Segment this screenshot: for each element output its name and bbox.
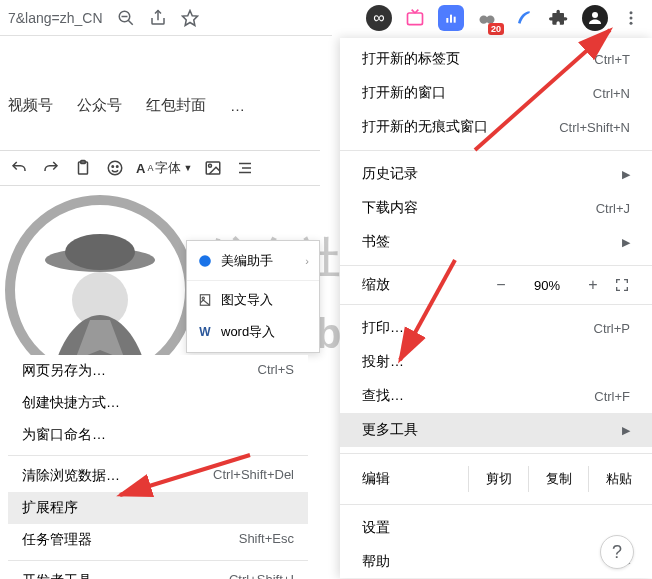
redo-icon[interactable]: [40, 157, 62, 179]
editor-toolbar: AA 字体 ▼: [0, 150, 320, 186]
word-icon: W: [197, 324, 213, 340]
menu-incognito[interactable]: 打开新的无痕式窗口Ctrl+Shift+N: [340, 110, 652, 144]
profile-avatar-icon[interactable]: [582, 5, 608, 31]
menu-edit-row: 编辑 剪切 复制 粘贴: [340, 460, 652, 498]
tab-video[interactable]: 视频号: [8, 96, 53, 115]
undo-icon[interactable]: [8, 157, 30, 179]
submenu-create-shortcut[interactable]: 创建快捷方式…: [8, 387, 308, 419]
chevron-right-icon: ▶: [622, 424, 630, 437]
svg-point-16: [630, 22, 633, 25]
editor-context-menu: 美编助手 › 图文导入 W word导入: [186, 240, 320, 353]
edit-copy-button[interactable]: 复制: [528, 466, 588, 492]
svg-rect-9: [450, 15, 452, 23]
submenu-clear-data[interactable]: 清除浏览数据…Ctrl+Shift+Del: [8, 460, 308, 492]
submenu-dev-tools[interactable]: 开发者工具Ctrl+Shift+I: [8, 565, 308, 579]
menu-cast[interactable]: 投射…: [340, 345, 652, 379]
menu-history[interactable]: 历史记录▶: [340, 157, 652, 191]
tab-gzh[interactable]: 公众号: [77, 96, 122, 115]
menu-more-tools[interactable]: 更多工具▶: [340, 413, 652, 447]
emoji-icon[interactable]: [104, 157, 126, 179]
menu-new-window[interactable]: 打开新的窗口Ctrl+N: [340, 76, 652, 110]
menu-new-tab[interactable]: 打开新的标签页Ctrl+T: [340, 42, 652, 76]
content-tabs: 视频号 公众号 红包封面 …: [0, 96, 253, 115]
zoom-minus-button[interactable]: −: [480, 276, 522, 294]
menu-bookmarks[interactable]: 书签▶: [340, 225, 652, 259]
ext-infinity-icon[interactable]: ∞: [366, 5, 392, 31]
edit-cut-button[interactable]: 剪切: [468, 466, 528, 492]
svg-point-21: [117, 166, 119, 168]
globe-icon: [197, 253, 213, 269]
zoom-out-icon[interactable]: [117, 9, 135, 27]
svg-point-23: [209, 164, 212, 167]
image-icon[interactable]: [202, 157, 224, 179]
submenu-name-window[interactable]: 为窗口命名…: [8, 419, 308, 451]
chevron-right-icon: ›: [305, 255, 309, 267]
svg-point-15: [630, 17, 633, 20]
svg-point-33: [202, 297, 204, 299]
svg-rect-5: [408, 13, 423, 25]
extension-toolbar: ∞ 20: [332, 0, 652, 36]
share-icon[interactable]: [149, 9, 167, 27]
submenu-save-as[interactable]: 网页另存为…Ctrl+S: [8, 355, 308, 387]
svg-marker-4: [182, 10, 197, 25]
svg-point-20: [112, 166, 114, 168]
indent-icon[interactable]: [234, 157, 256, 179]
zoom-value: 90%: [522, 278, 572, 293]
doc-img-icon: [197, 292, 213, 308]
menu-zoom-row: 缩放 − 90% +: [340, 272, 652, 298]
chevron-right-icon: ▶: [622, 236, 630, 249]
svg-point-29: [65, 234, 135, 270]
star-icon[interactable]: [181, 9, 199, 27]
submenu-task-manager[interactable]: 任务管理器Shift+Esc: [8, 524, 308, 556]
ext-binoc-icon[interactable]: 20: [474, 5, 500, 31]
chrome-main-menu: 打开新的标签页Ctrl+T 打开新的窗口Ctrl+N 打开新的无痕式窗口Ctrl…: [340, 38, 652, 578]
svg-rect-10: [454, 17, 456, 23]
ext-tv-icon[interactable]: [402, 5, 428, 31]
svg-point-19: [108, 161, 122, 175]
url-fragment: 7&lang=zh_CN: [8, 10, 103, 26]
more-tools-submenu: 网页另存为…Ctrl+S 创建快捷方式… 为窗口命名… 清除浏览数据…Ctrl+…: [8, 355, 308, 579]
submenu-extensions[interactable]: 扩展程序: [8, 492, 308, 524]
svg-rect-8: [446, 18, 448, 23]
ctx-img-import[interactable]: 图文导入: [187, 284, 319, 316]
fullscreen-icon[interactable]: [614, 277, 648, 293]
svg-point-14: [630, 11, 633, 14]
svg-line-2: [128, 20, 133, 25]
edit-paste-button[interactable]: 粘贴: [588, 466, 648, 492]
zoom-plus-button[interactable]: +: [572, 276, 614, 294]
chevron-right-icon: ▶: [622, 168, 630, 181]
ext-chart-icon[interactable]: [438, 5, 464, 31]
menu-downloads[interactable]: 下载内容Ctrl+J: [340, 191, 652, 225]
svg-point-31: [199, 255, 211, 267]
menu-find[interactable]: 查找…Ctrl+F: [340, 379, 652, 413]
font-dropdown[interactable]: AA 字体 ▼: [136, 159, 192, 177]
menu-print[interactable]: 打印…Ctrl+P: [340, 311, 652, 345]
clipboard-icon[interactable]: [72, 157, 94, 179]
ctx-word-import[interactable]: W word导入: [187, 316, 319, 348]
help-button[interactable]: ?: [600, 535, 634, 569]
chrome-menu-button[interactable]: [618, 5, 644, 31]
tab-hongbao[interactable]: 红包封面: [146, 96, 206, 115]
svg-point-13: [592, 12, 598, 18]
notification-badge: 20: [488, 23, 504, 35]
ctx-assistant[interactable]: 美编助手 ›: [187, 245, 319, 277]
ext-feather-icon[interactable]: [510, 5, 536, 31]
tab-more[interactable]: …: [230, 97, 245, 114]
extensions-puzzle-icon[interactable]: [546, 5, 572, 31]
